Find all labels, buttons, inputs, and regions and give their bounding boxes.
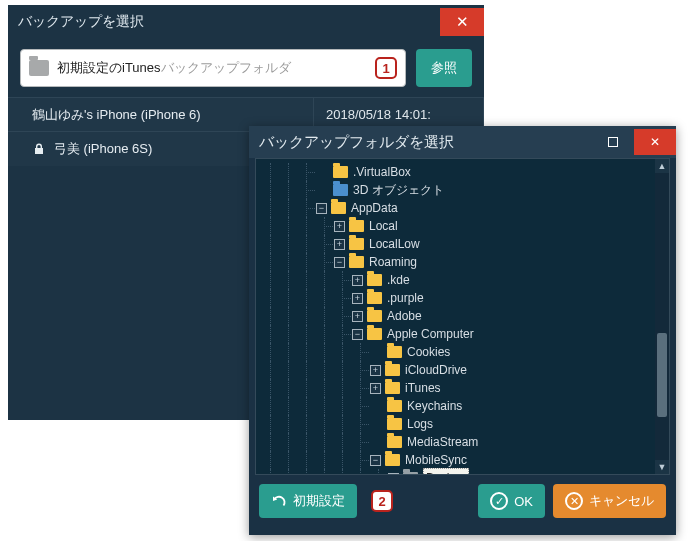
path-row: 初期設定のiTunesバックアップフォルダ 1 参照 bbox=[8, 39, 484, 97]
expand-icon[interactable]: + bbox=[352, 311, 363, 322]
tree-guide bbox=[316, 289, 334, 307]
path-text-bold: 初期設定のiTunes bbox=[57, 60, 161, 75]
expand-icon[interactable]: + bbox=[352, 275, 363, 286]
scroll-track bbox=[655, 173, 669, 460]
vertical-scrollbar[interactable]: ▲ ▼ bbox=[655, 159, 669, 474]
path-text: 初期設定のiTunesバックアップフォルダ bbox=[57, 59, 369, 77]
tree-item[interactable]: MediaStream bbox=[262, 433, 669, 451]
tree-guide bbox=[298, 181, 316, 199]
tree-item[interactable]: +LocalLow bbox=[262, 235, 669, 253]
cancel-label: キャンセル bbox=[589, 492, 654, 510]
tree-item[interactable]: −Apple Computer bbox=[262, 325, 669, 343]
tree-body: .VirtualBox3D オブジェクト−AppData+Local+Local… bbox=[256, 159, 669, 475]
tree-guide bbox=[316, 469, 334, 475]
cancel-icon: ✕ bbox=[565, 492, 583, 510]
tree-guide bbox=[280, 253, 298, 271]
collapse-icon[interactable]: − bbox=[370, 455, 381, 466]
maximize-icon bbox=[608, 137, 618, 147]
expand-icon[interactable]: + bbox=[370, 383, 381, 394]
tree-item[interactable]: +.purple bbox=[262, 289, 669, 307]
folder-icon bbox=[403, 472, 418, 475]
tree-guide bbox=[280, 217, 298, 235]
expand-icon[interactable]: + bbox=[388, 473, 399, 476]
tree-guide bbox=[280, 343, 298, 361]
expand-icon[interactable]: + bbox=[334, 239, 345, 250]
tree-guide bbox=[334, 433, 352, 451]
tree-guide bbox=[262, 253, 280, 271]
tree-guide bbox=[280, 199, 298, 217]
browse-button[interactable]: 参照 bbox=[416, 49, 472, 87]
tree-guide bbox=[298, 325, 316, 343]
ok-label: OK bbox=[514, 494, 533, 509]
tree-item[interactable]: 3D オブジェクト bbox=[262, 181, 669, 199]
tree-guide bbox=[298, 235, 316, 253]
tree-guide bbox=[280, 307, 298, 325]
close-icon: ✕ bbox=[650, 135, 660, 149]
tree-guide bbox=[370, 469, 388, 475]
tree-guide bbox=[280, 163, 298, 181]
expand-icon[interactable]: + bbox=[334, 221, 345, 232]
tree-item-label: MediaStream bbox=[407, 433, 478, 451]
tree-item[interactable]: −Roaming bbox=[262, 253, 669, 271]
tree-guide bbox=[262, 325, 280, 343]
tree-guide bbox=[262, 451, 280, 469]
folder-icon bbox=[385, 364, 400, 376]
tree-guide bbox=[280, 397, 298, 415]
collapse-icon[interactable]: − bbox=[316, 203, 327, 214]
tree-item[interactable]: +iCloudDrive bbox=[262, 361, 669, 379]
tree-guide bbox=[352, 343, 370, 361]
tree-item[interactable]: .VirtualBox bbox=[262, 163, 669, 181]
tree-item[interactable]: Cookies bbox=[262, 343, 669, 361]
tree-guide bbox=[334, 397, 352, 415]
cancel-button[interactable]: ✕ キャンセル bbox=[553, 484, 666, 518]
folder-icon bbox=[29, 60, 49, 76]
tree-guide bbox=[298, 253, 316, 271]
tree-item[interactable]: +iTunes bbox=[262, 379, 669, 397]
folder-icon bbox=[333, 166, 348, 178]
browse-label: 参照 bbox=[431, 59, 457, 77]
tree-item[interactable]: +Backup bbox=[262, 469, 669, 475]
tree-guide bbox=[262, 379, 280, 397]
tree-guide bbox=[352, 451, 370, 469]
tree-item-label: iCloudDrive bbox=[405, 361, 467, 379]
tree-guide bbox=[262, 343, 280, 361]
folder-icon bbox=[367, 292, 382, 304]
tree-item[interactable]: Logs bbox=[262, 415, 669, 433]
scroll-up-icon: ▲ bbox=[655, 159, 669, 173]
tree-guide bbox=[262, 217, 280, 235]
expand-icon[interactable]: + bbox=[352, 293, 363, 304]
tree-item[interactable]: Keychains bbox=[262, 397, 669, 415]
collapse-icon[interactable]: − bbox=[352, 329, 363, 340]
tree-item[interactable]: +Adobe bbox=[262, 307, 669, 325]
reset-button[interactable]: 初期設定 bbox=[259, 484, 357, 518]
tree-guide bbox=[298, 217, 316, 235]
tree-item-label: .kde bbox=[387, 271, 410, 289]
tree-guide bbox=[262, 271, 280, 289]
maximize-button[interactable] bbox=[592, 129, 634, 155]
tree-item[interactable]: −AppData bbox=[262, 199, 669, 217]
tree-guide bbox=[316, 379, 334, 397]
collapse-icon[interactable]: − bbox=[334, 257, 345, 268]
tree-guide bbox=[352, 361, 370, 379]
close-button[interactable]: ✕ bbox=[440, 8, 484, 36]
tree-item[interactable]: −MobileSync bbox=[262, 451, 669, 469]
tree-guide bbox=[280, 361, 298, 379]
tree-guide bbox=[334, 343, 352, 361]
folder-icon bbox=[367, 328, 382, 340]
tree-item[interactable]: +.kde bbox=[262, 271, 669, 289]
scroll-thumb[interactable] bbox=[657, 333, 667, 417]
tree-guide bbox=[316, 397, 334, 415]
expand-icon[interactable]: + bbox=[370, 365, 381, 376]
folder-icon bbox=[349, 220, 364, 232]
dialog-title: バックアップフォルダを選択 bbox=[249, 133, 454, 152]
tree-guide bbox=[334, 415, 352, 433]
tree-guide bbox=[316, 343, 334, 361]
path-box[interactable]: 初期設定のiTunesバックアップフォルダ 1 bbox=[20, 49, 406, 87]
tree-item-label: LocalLow bbox=[369, 235, 420, 253]
tree-guide bbox=[298, 343, 316, 361]
ok-button[interactable]: ✓ OK bbox=[478, 484, 545, 518]
tree-item[interactable]: +Local bbox=[262, 217, 669, 235]
close-button[interactable]: ✕ bbox=[634, 129, 676, 155]
tree-guide bbox=[262, 235, 280, 253]
tree-guide bbox=[316, 451, 334, 469]
